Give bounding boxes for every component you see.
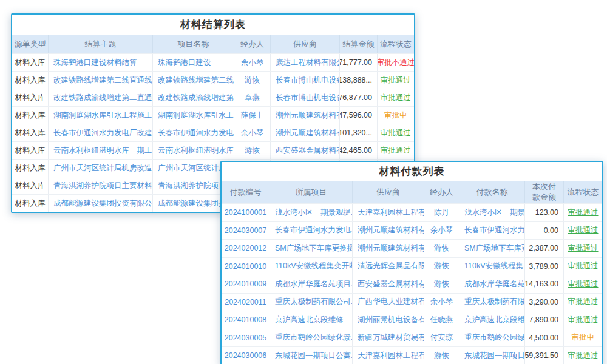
status-link[interactable]: 审批通过 [564, 222, 602, 240]
handler-link[interactable]: 游恢 [424, 240, 459, 257]
handler-link[interactable]: 薛保丰 [234, 107, 271, 124]
payment-number-link[interactable]: 2024010009 [222, 275, 270, 293]
status-link[interactable]: 审批通过 [564, 258, 602, 275]
payment-number-link[interactable]: 2024010008 [222, 311, 270, 329]
handler-link[interactable]: 余小琴 [424, 222, 459, 240]
project-name-link[interactable]: 湖南洞庭湖水库引水工程... [153, 107, 234, 124]
payment-name-link[interactable]: 京沪高速北京段维... [459, 311, 525, 329]
payment-amount-cell: 3,290.00 [525, 294, 564, 311]
project-name-link[interactable]: 京沪高速北京段维修 [270, 311, 353, 329]
source-type-cell: 材料入库 [12, 124, 49, 141]
handler-link[interactable]: 游恢 [424, 275, 459, 293]
status-link[interactable]: 审批通过 [564, 294, 602, 311]
payment-amount-cell: 4,500.00 [525, 329, 564, 347]
payment-number-link[interactable]: 2024020011 [222, 294, 270, 311]
status-label: 审批中 [378, 107, 414, 124]
supplier-link[interactable]: 潮州元顺建筑材料有... [271, 107, 340, 124]
supplier-link[interactable]: 潮州元顺建筑材料有限... [353, 222, 424, 240]
settlement-row: 材料入库云南水利枢纽潜明水库一期工程施...云南水利枢纽潜明水库一...游恢西安… [12, 141, 414, 159]
col-header-payment-name: 付款名称 [459, 181, 525, 203]
status-label: 审批通过 [378, 89, 414, 106]
supplier-link[interactable]: 康达工程材料有限公司 [271, 54, 340, 71]
payment-name-link[interactable]: 重庆太极制药有限... [459, 294, 525, 311]
payment-amount-cell: 2,387.00 [525, 240, 564, 257]
payment-name-link[interactable]: 成都水岸华庭名苑... [459, 275, 525, 293]
project-name-link[interactable]: 成都水岸华庭名苑项目... [270, 275, 353, 293]
settlement-subject-link[interactable]: 珠海鹤港口建设材料结算 [49, 54, 153, 71]
payment-amount-cell: 3,789.00 [525, 258, 564, 275]
status-link[interactable]: 审批通过 [564, 240, 602, 257]
handler-link[interactable]: 余小琴 [234, 124, 271, 141]
payment-number-link[interactable]: 2024020012 [222, 240, 270, 257]
supplier-link[interactable]: 广西华电大业建材有限... [353, 294, 424, 311]
supplier-link[interactable]: 长春市博山机电设备... [271, 72, 340, 89]
settlement-subject-link[interactable]: 长春市伊通河水力发电厂改建工程... [49, 124, 153, 141]
settlement-subject-link[interactable]: 改建铁路线增建第二线直通线（成... [49, 72, 153, 89]
payment-number-link[interactable]: 2024010010 [222, 258, 270, 275]
supplier-link[interactable]: 西安盛器金属材料有限... [353, 275, 424, 293]
col-header-settlement-subject: 结算主题 [49, 35, 153, 53]
settlement-subject-link[interactable]: 青海洪湖养护院项目主要材料结算 [49, 177, 153, 194]
handler-link[interactable]: 陈丹 [424, 204, 459, 221]
supplier-link[interactable]: 天津嘉利园林工程有限... [353, 347, 424, 364]
handler-link[interactable]: 游恢 [424, 347, 459, 364]
project-name-link[interactable]: 改建铁路线增建第二线直... [153, 72, 234, 89]
supplier-link[interactable]: 西安盛器金属材料有... [271, 142, 340, 159]
source-type-cell: 材料入库 [12, 72, 49, 89]
project-name-link[interactable]: 改建铁路成渝线增建第二... [153, 89, 234, 106]
project-name-link[interactable]: 长春市伊通河水力发电... [270, 222, 353, 240]
payment-amount-cell: 59,391.50 [525, 347, 564, 364]
status-link[interactable]: 审批通过 [564, 204, 602, 221]
handler-link[interactable]: 章燕 [234, 89, 271, 106]
supplier-link[interactable]: 长春市博山机电设备... [271, 89, 340, 106]
supplier-link[interactable]: 潮州元顺建筑材料有... [271, 124, 340, 141]
project-name-link[interactable]: 浅水湾小区一期景观提... [270, 204, 353, 221]
settlement-subject-link[interactable]: 云南水利枢纽潜明水库一期工程施... [49, 142, 153, 159]
col-header-status: 流程状态 [378, 35, 414, 53]
col-header-handler: 经办人 [234, 35, 271, 53]
status-link[interactable]: 审批通过 [564, 347, 602, 364]
handler-link[interactable]: 游恢 [424, 258, 459, 275]
handler-link[interactable]: 游恢 [234, 142, 271, 159]
project-name-link[interactable]: 东城花园一期项目公寓... [270, 347, 353, 364]
settlement-subject-link[interactable]: 湖南洞庭湖水库引水工程施工I标材... [49, 107, 153, 124]
status-link[interactable]: 审批通过 [564, 311, 602, 329]
payment-amount-cell: 7,890.00 [525, 311, 564, 329]
supplier-link[interactable]: 潮州元顺建筑材料有限... [353, 240, 424, 257]
payment-name-link[interactable]: 东城花园一期项目... [459, 347, 525, 364]
handler-link[interactable]: 付安琼 [424, 329, 459, 347]
payment-name-link[interactable]: 长春市伊通河水力... [459, 222, 525, 240]
supplier-link[interactable]: 清远光辉金属品有限公司 [353, 258, 424, 275]
payment-number-link[interactable]: 2024030007 [222, 222, 270, 240]
status-link[interactable]: 审批通过 [564, 275, 602, 293]
payment-number-link[interactable]: 2024030005 [222, 329, 270, 347]
supplier-link[interactable]: 天津嘉利园林工程有限... [353, 204, 424, 221]
project-name-link[interactable]: 重庆市鹅岭公园绿化景... [270, 329, 353, 347]
handler-link[interactable]: 余小琴 [234, 54, 271, 71]
payment-name-link[interactable]: 110kV安徽线程集变... [459, 258, 525, 275]
status-label: 审批通过 [378, 72, 414, 89]
payment-number-link[interactable]: 2024030006 [222, 347, 270, 364]
payment-name-link[interactable]: 重庆市鹅岭公园绿... [459, 329, 525, 347]
status-label: 审批通过 [378, 142, 414, 159]
payment-name-link[interactable]: SM广场地下车库更... [459, 240, 525, 257]
settlement-subject-link[interactable]: 成都能源建设集团投资有限公司临... [49, 195, 153, 212]
project-name-link[interactable]: 重庆太极制药有限公司... [270, 294, 353, 311]
supplier-link[interactable]: 新疆万城建材贸易有限... [353, 329, 424, 347]
handler-link[interactable]: 任晓燕 [424, 311, 459, 329]
supplier-link[interactable]: 湖州丽景机电设备有限... [353, 311, 424, 329]
payment-table-body: 2024100001浅水湾小区一期景观提...天津嘉利园林工程有限...陈丹浅水… [222, 203, 602, 364]
project-name-link[interactable]: 珠海鹤港口建设 [153, 54, 234, 71]
handler-link[interactable]: 余小琴 [424, 294, 459, 311]
project-name-link[interactable]: 长春市伊通河水力发电厂... [153, 124, 234, 141]
payment-name-link[interactable]: 浅水湾小区一期景... [459, 204, 525, 221]
project-name-link[interactable]: 110kV安徽线程集变开断... [270, 258, 353, 275]
project-name-link[interactable]: 云南水利枢纽潜明水库一... [153, 142, 234, 159]
handler-link[interactable]: 游恢 [234, 72, 271, 89]
payment-row: 2024020011重庆太极制药有限公司...广西华电大业建材有限...余小琴重… [222, 293, 602, 311]
project-name-link[interactable]: SM广场地下车库更换摄... [270, 240, 353, 257]
settlement-subject-link[interactable]: 广州市天河区统计局机房改造项目... [49, 160, 153, 177]
payment-amount-cell: 123.00 [525, 204, 564, 221]
payment-number-link[interactable]: 2024100001 [222, 204, 270, 221]
settlement-subject-link[interactable]: 改建铁路成渝线增建第二直通线（... [49, 89, 153, 106]
